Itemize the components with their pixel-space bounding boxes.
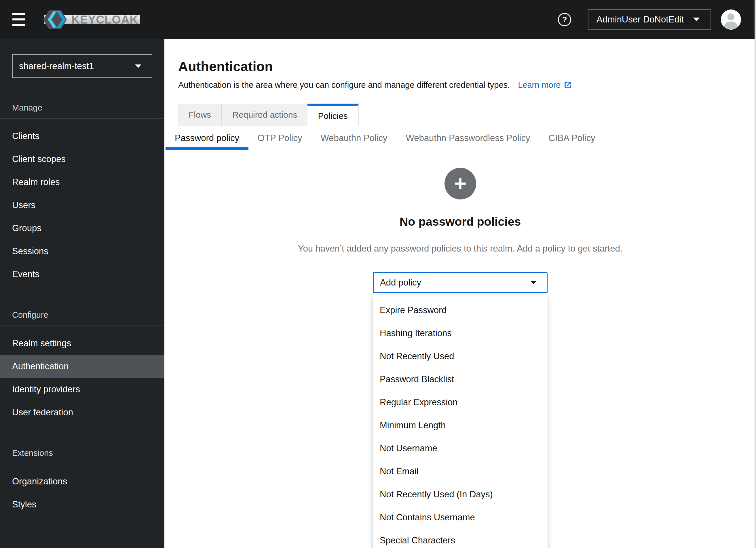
keycloak-logo[interactable]: KEYCLOAK (43, 9, 138, 30)
tab-bar: Flows Required actions Policies (164, 104, 756, 126)
menu-item-password-blacklist[interactable]: Password Blacklist (373, 368, 548, 391)
sidebar-item-groups[interactable]: Groups (0, 217, 164, 240)
sidebar-item-realm-roles[interactable]: Realm roles (0, 171, 164, 194)
main-content: Authentication Authentication is the are… (164, 39, 756, 548)
caret-down-icon (531, 281, 536, 284)
subtab-webauthn-passwordless-policy[interactable]: Webauthn Passwordless Policy (397, 126, 540, 150)
hamburger-menu-icon[interactable] (12, 13, 25, 26)
subtab-ciba-policy[interactable]: CIBA Policy (539, 126, 604, 150)
nav-section-title: Configure (0, 310, 164, 320)
caret-down-icon (135, 64, 141, 68)
learn-more-link[interactable]: Learn more (518, 80, 572, 90)
add-policy-toggle-label: Add policy (380, 277, 421, 288)
plus-circle-icon (445, 168, 476, 199)
sidebar-item-users[interactable]: Users (0, 194, 164, 217)
nav-section-manage: Manage Clients Client scopes Realm roles… (0, 103, 164, 286)
nav-list: Organizations Styles (0, 464, 164, 516)
page-title: Authentication (178, 60, 742, 73)
hamburger-bar (12, 24, 25, 26)
help-icon[interactable] (558, 13, 571, 26)
menu-item-regular-expression[interactable]: Regular Expression (373, 391, 548, 414)
menu-item-not-recently-used[interactable]: Not Recently Used (373, 345, 548, 368)
plus-icon (452, 176, 468, 192)
nav-section-title: Extensions (0, 448, 164, 458)
sidebar-item-client-scopes[interactable]: Client scopes (0, 148, 164, 171)
sidebar-item-styles[interactable]: Styles (0, 493, 164, 516)
sidebar-item-organizations[interactable]: Organizations (0, 470, 164, 493)
nav-list: Realm settings Authentication Identity p… (0, 326, 164, 424)
menu-item-expire-password[interactable]: Expire Password (373, 299, 548, 322)
avatar[interactable] (721, 9, 741, 30)
tab-required-actions[interactable]: Required actions (221, 104, 307, 126)
page-description-row: Authentication is the area where you can… (178, 80, 742, 90)
masthead: KEYCLOAK AdminUser DoNotEdit (0, 0, 756, 39)
empty-state-body: You haven’t added any password policies … (164, 243, 756, 254)
menu-item-minimum-length[interactable]: Minimum Length (373, 414, 548, 437)
learn-more-label: Learn more (518, 80, 561, 90)
sidebar-item-events[interactable]: Events (0, 263, 164, 286)
add-policy-menu: Expire Password Hashing Iterations Not R… (373, 295, 548, 548)
menu-item-hashing-iterations[interactable]: Hashing Iterations (373, 322, 548, 345)
add-policy-toggle[interactable]: Add policy (373, 272, 548, 293)
external-link-icon (564, 81, 572, 89)
realm-selector-label: shared-realm-test1 (19, 61, 94, 71)
menu-item-not-contains-username[interactable]: Not Contains Username (373, 506, 548, 529)
caret-down-icon (693, 18, 700, 21)
menu-item-not-username[interactable]: Not Username (373, 437, 548, 460)
nav-section-title: Manage (0, 103, 164, 113)
sidebar-item-realm-settings[interactable]: Realm settings (0, 332, 164, 355)
nav-list: Clients Client scopes Realm roles Users … (0, 119, 164, 286)
realm-section: shared-realm-test1 (0, 39, 164, 99)
empty-state-title: No password policies (164, 215, 756, 229)
sidebar-item-identity-providers[interactable]: Identity providers (0, 378, 164, 401)
layout: shared-realm-test1 Manage Clients Client… (0, 39, 756, 548)
empty-state: No password policies You haven’t added a… (164, 168, 756, 293)
nav-section-extensions: Extensions Organizations Styles (0, 448, 164, 516)
page-description: Authentication is the area where you can… (178, 80, 510, 90)
subtab-bar: Password policy OTP Policy Webauthn Poli… (164, 126, 756, 150)
brand-text: KEYCLOAK (71, 15, 138, 24)
hamburger-bar (12, 18, 25, 20)
page-header: Authentication Authentication is the are… (164, 39, 756, 90)
sidebar-item-user-federation[interactable]: User federation (0, 401, 164, 424)
sidebar-item-authentication[interactable]: Authentication (0, 355, 164, 378)
sidebar-item-sessions[interactable]: Sessions (0, 240, 164, 263)
realm-selector[interactable]: shared-realm-test1 (12, 54, 152, 78)
user-menu-label: AdminUser DoNotEdit (597, 14, 684, 25)
menu-item-not-recently-used-in-days[interactable]: Not Recently Used (In Days) (373, 483, 548, 506)
nav-section-configure: Configure Realm settings Authentication … (0, 310, 164, 424)
hamburger-bar (12, 13, 25, 15)
menu-item-not-email[interactable]: Not Email (373, 460, 548, 483)
scrollbar[interactable] (755, 0, 756, 548)
tab-flows[interactable]: Flows (178, 104, 221, 126)
menu-item-special-characters[interactable]: Special Characters (373, 529, 548, 548)
subtab-password-policy[interactable]: Password policy (166, 126, 248, 150)
subtab-otp-policy[interactable]: OTP Policy (248, 126, 311, 150)
tab-policies[interactable]: Policies (307, 104, 358, 126)
sidebar: shared-realm-test1 Manage Clients Client… (0, 39, 164, 548)
sidebar-item-clients[interactable]: Clients (0, 125, 164, 148)
keycloak-hexagon-icon (43, 9, 70, 30)
subtab-webauthn-policy[interactable]: Webauthn Policy (311, 126, 396, 150)
add-policy-select: Add policy Expire Password Hashing Itera… (373, 272, 548, 293)
person-icon (721, 9, 741, 30)
user-menu-button[interactable]: AdminUser DoNotEdit (588, 9, 711, 30)
sidebar-nav: Manage Clients Client scopes Realm roles… (0, 103, 164, 516)
